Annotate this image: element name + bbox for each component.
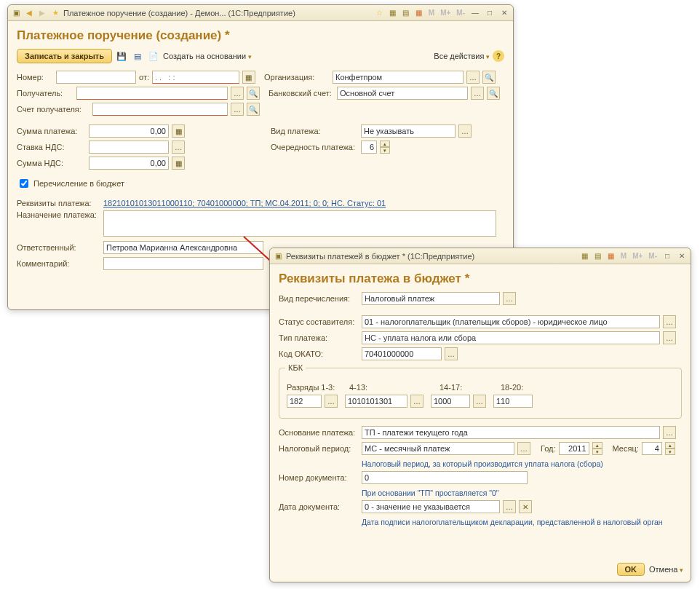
rekv-link[interactable]: 18210101013011000110; 70401000000; ТП; М… [103, 199, 386, 207]
god-input[interactable] [559, 442, 589, 455]
window-body: Реквизиты платежа в бюджет * Вид перечис… [270, 264, 691, 535]
number-input[interactable] [56, 71, 136, 84]
search-icon[interactable]: 🔍 [247, 103, 260, 116]
recipient-acc-label: Счет получателя: [17, 105, 90, 114]
select-button[interactable]: … [445, 347, 458, 360]
close-button[interactable]: ✕ [676, 251, 688, 261]
calendar-icon[interactable]: ▦ [606, 251, 616, 261]
grid-icon[interactable]: ▦ [388, 8, 398, 18]
calc-button-icon[interactable]: ▦ [172, 157, 185, 170]
vid-input[interactable] [361, 124, 456, 138]
select-button[interactable]: … [458, 124, 472, 138]
comment-input[interactable] [103, 257, 263, 270]
select-button[interactable]: … [663, 331, 676, 344]
calendar-icon[interactable]: ▦ [414, 8, 424, 18]
mes-input[interactable] [642, 442, 662, 455]
select-button[interactable]: … [325, 395, 338, 408]
god-spinner[interactable]: ▴▾ [592, 442, 602, 455]
search-icon[interactable]: 🔍 [487, 87, 500, 100]
docnum-label: Номер документа: [279, 473, 359, 482]
vidper-input[interactable] [362, 292, 500, 305]
back-icon[interactable]: ◀ [24, 8, 34, 18]
osn-input[interactable] [362, 426, 660, 439]
maximize-button[interactable]: □ [484, 8, 496, 18]
status-input[interactable] [362, 315, 660, 328]
select-button[interactable]: … [231, 103, 244, 116]
comment-label: Комментарий: [17, 259, 100, 268]
select-button[interactable]: … [663, 426, 676, 439]
god-label: Год: [541, 444, 556, 453]
sumnds-input[interactable] [89, 157, 169, 170]
okato-label: Код ОКАТО: [279, 349, 359, 358]
maximize-button[interactable]: □ [661, 251, 673, 261]
all-actions-dropdown[interactable]: Все действия [434, 52, 490, 60]
calc-button-icon[interactable]: ▦ [172, 124, 185, 138]
sum-input[interactable] [89, 124, 169, 138]
sumnds-label: Сумма НДС: [17, 159, 86, 167]
ot-label: от: [139, 73, 149, 82]
docdate-input[interactable] [362, 500, 500, 513]
period-input[interactable] [362, 442, 514, 455]
org-input[interactable] [333, 71, 464, 84]
select-button[interactable]: … [517, 442, 530, 455]
rekv-label: Реквизиты платежа: [17, 199, 100, 207]
tip-input[interactable] [362, 331, 660, 344]
r13-input[interactable] [287, 395, 322, 408]
grid-icon[interactable]: ▦ [580, 251, 590, 261]
number-label: Номер: [17, 73, 53, 82]
doc-icon[interactable]: 📄 [147, 50, 160, 63]
minimize-button[interactable]: — [469, 8, 481, 18]
budget-label: Перечисление в бюджет [33, 179, 124, 188]
r1820-input[interactable] [493, 395, 533, 408]
select-button[interactable]: … [466, 71, 480, 84]
forward-icon[interactable]: ▶ [37, 8, 47, 18]
ok-button[interactable]: OK [617, 563, 645, 576]
save-icon[interactable]: 💾 [115, 50, 128, 63]
docdate-hint: Дата подписи налогоплательщиком декларац… [362, 518, 663, 526]
select-button[interactable]: … [503, 500, 516, 513]
calendar-picker-icon[interactable]: ▦ [242, 71, 255, 84]
select-button[interactable]: … [663, 315, 676, 328]
select-button[interactable]: … [172, 141, 185, 154]
resp-label: Ответственный: [17, 243, 100, 252]
select-button[interactable]: … [503, 292, 516, 305]
docnum-input[interactable] [362, 471, 528, 484]
budget-requisites-window: ▣ Реквизиты платежей в бюджет * (1С:Пред… [269, 248, 691, 582]
print-icon[interactable]: ▤ [131, 50, 144, 63]
app-icon: ▣ [11, 8, 21, 18]
create-based-dropdown[interactable]: Создать на основании [163, 52, 252, 60]
help-button[interactable]: ? [493, 50, 504, 62]
search-icon[interactable]: 🔍 [247, 87, 260, 100]
vidper-label: Вид перечисления: [279, 294, 359, 303]
nazn-input[interactable] [103, 210, 496, 237]
clear-button[interactable]: ✕ [519, 500, 532, 513]
calc-icon[interactable]: ▤ [401, 8, 411, 18]
r413-input[interactable] [345, 395, 407, 408]
budget-checkbox[interactable] [20, 179, 28, 188]
stavka-input[interactable] [89, 141, 169, 154]
m-label: M [619, 252, 628, 260]
save-close-button[interactable]: Записать и закрыть [17, 49, 112, 63]
select-button[interactable]: … [410, 395, 423, 408]
calc-icon[interactable]: ▤ [593, 251, 603, 261]
fav-icon[interactable]: ☆ [375, 8, 385, 18]
search-icon[interactable]: 🔍 [482, 71, 496, 84]
select-button[interactable]: … [473, 395, 486, 408]
star-icon[interactable]: ★ [50, 8, 60, 18]
r1417-input[interactable] [431, 395, 470, 408]
ochered-input[interactable] [361, 141, 377, 154]
mes-spinner[interactable]: ▴▾ [665, 442, 675, 455]
ochered-spinner[interactable]: ▴▾ [380, 141, 390, 154]
select-button[interactable]: … [471, 87, 484, 100]
recipient-acc-input[interactable] [92, 103, 228, 116]
select-button[interactable]: … [231, 87, 244, 100]
resp-input[interactable] [103, 241, 263, 254]
date-input[interactable] [152, 71, 239, 84]
mes-label: Месяц: [613, 444, 639, 453]
vid-label: Вид платежа: [271, 127, 358, 135]
recipient-input[interactable] [76, 87, 228, 100]
okato-input[interactable] [362, 347, 442, 360]
cancel-button[interactable]: Отмена [649, 565, 683, 574]
bankacc-input[interactable] [337, 87, 468, 100]
close-button[interactable]: ✕ [498, 8, 510, 18]
